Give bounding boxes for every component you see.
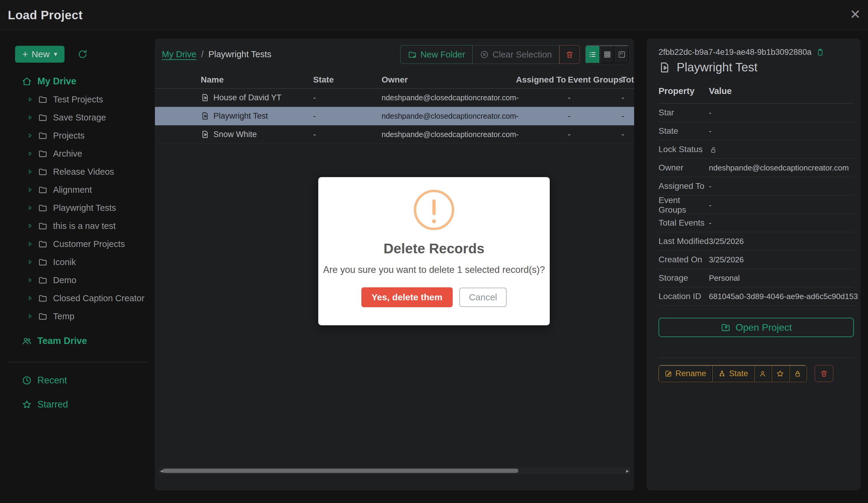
copy-icon[interactable] [816, 48, 824, 56]
folder-icon [38, 239, 48, 249]
folder-icon [38, 275, 48, 285]
property-value: Personal [709, 273, 854, 283]
sidebar-item-projects[interactable]: Projects [0, 126, 155, 145]
confirm-delete-button[interactable]: Yes, delete them [361, 287, 453, 307]
sidebar-item-closed-caption-creator[interactable]: Closed Caption Creator [0, 289, 155, 307]
sidebar-item-archive[interactable]: Archive [0, 145, 155, 163]
trash-icon [820, 369, 828, 378]
caret-right-icon[interactable] [27, 150, 33, 157]
table-row[interactable]: Snow White - ndeshpande@closedcaptioncre… [155, 125, 634, 144]
caret-right-icon[interactable] [27, 259, 33, 265]
property-label: Owner [659, 163, 709, 172]
property-label: Assigned To [659, 181, 709, 191]
table-header: Name State Owner Assigned To Event Group… [155, 71, 634, 88]
sidebar-item-team-drive[interactable]: Team Drive [0, 332, 155, 350]
lock-record-button[interactable] [789, 365, 807, 381]
row-name: Playwright Test [214, 112, 268, 121]
sidebar-item-label: Playwright Tests [53, 203, 116, 213]
property-label: Lock Status [659, 145, 709, 154]
caret-right-icon[interactable] [27, 277, 33, 283]
assign-user-button[interactable] [754, 365, 772, 381]
list-view-button[interactable] [586, 45, 600, 64]
column-header-name[interactable]: Name [201, 75, 313, 85]
sidebar-item-playwright-tests[interactable]: Playwright Tests [0, 199, 155, 217]
row-assigned-to: - [516, 130, 568, 139]
scroll-right-icon[interactable]: ▸ [626, 468, 629, 474]
row-state: - [313, 112, 382, 121]
new-button[interactable]: + New ▾ [15, 46, 64, 63]
sidebar-item-label: Iconik [53, 257, 76, 267]
sidebar-item-save-storage[interactable]: Save Storage [0, 108, 155, 126]
list-icon [588, 50, 597, 59]
star-icon [22, 399, 32, 410]
delete-record-button[interactable] [815, 365, 833, 382]
row-owner: ndeshpande@closedcaptioncreator.com [382, 130, 516, 139]
scrollbar-thumb[interactable] [163, 469, 518, 473]
open-project-button[interactable]: Open Project [659, 318, 854, 337]
sidebar-item-temp[interactable]: Temp [0, 307, 155, 325]
column-header-owner[interactable]: Owner [382, 75, 516, 85]
row-state: - [313, 130, 382, 139]
star-icon [776, 369, 784, 378]
property-column-header: Property [659, 86, 709, 96]
clear-selection-button[interactable]: Clear Selection [473, 45, 559, 64]
delete-selected-button[interactable] [559, 45, 580, 64]
property-row-owner: Owner ndeshpande@closedcaptioncreator.co… [659, 159, 854, 177]
caret-right-icon[interactable] [27, 241, 33, 247]
open-project-label: Open Project [736, 322, 792, 333]
folder-icon [38, 95, 48, 104]
caret-right-icon[interactable] [27, 313, 33, 319]
state-label: State [729, 369, 748, 378]
sidebar-item-label: Demo [53, 275, 76, 285]
team-icon [22, 336, 32, 346]
new-button-label: New [32, 49, 50, 59]
property-row-state: State - [659, 122, 854, 140]
new-folder-button[interactable]: New Folder [400, 45, 473, 64]
column-header-total[interactable]: Tot [621, 75, 634, 85]
sidebar-item-label: Release Videos [53, 167, 114, 177]
caret-right-icon[interactable] [27, 295, 33, 301]
star-record-button[interactable] [772, 365, 789, 381]
column-header-event-groups[interactable]: Event Groups [568, 75, 621, 85]
board-view-button[interactable] [614, 45, 629, 64]
dialog-title: Delete Records [384, 240, 485, 256]
org-icon [718, 369, 726, 378]
caret-right-icon[interactable] [27, 114, 33, 120]
column-header-assigned-to[interactable]: Assigned To [516, 75, 568, 85]
unlock-icon [709, 145, 718, 154]
sidebar-item-alignment[interactable]: Alignment [0, 181, 155, 199]
sidebar-item-starred[interactable]: Starred [0, 396, 155, 413]
breadcrumb-root-link[interactable]: My Drive [162, 49, 196, 59]
caret-right-icon[interactable] [27, 96, 33, 102]
sidebar-item-label: Starred [37, 399, 68, 410]
row-owner: ndeshpande@closedcaptioncreator.com [382, 93, 516, 102]
folder-icon [38, 293, 48, 303]
rename-button[interactable]: Rename [659, 365, 712, 381]
property-value: 3/25/2026 [709, 237, 854, 246]
table-row-selected[interactable]: Playwright Test - ndeshpande@closedcapti… [155, 107, 634, 125]
cancel-button[interactable]: Cancel [459, 287, 507, 307]
caret-right-icon[interactable] [27, 169, 33, 175]
file-play-icon [659, 61, 671, 74]
folder-icon [38, 312, 48, 321]
sidebar-item-recent[interactable]: Recent [0, 371, 155, 389]
caret-right-icon[interactable] [27, 223, 33, 229]
caret-right-icon[interactable] [27, 205, 33, 211]
sidebar-item-demo[interactable]: Demo [0, 271, 155, 289]
sidebar-item-iconik[interactable]: Iconik [0, 253, 155, 271]
sidebar-item-my-drive[interactable]: My Drive [0, 72, 155, 90]
caret-right-icon[interactable] [27, 133, 33, 138]
column-header-state[interactable]: State [313, 75, 382, 85]
sidebar-item-release-videos[interactable]: Release Videos [0, 163, 155, 181]
sidebar-item-this-is-a-nav-test[interactable]: this is a nav test [0, 217, 155, 235]
sidebar-item-customer-projects[interactable]: Customer Projects [0, 235, 155, 253]
caret-right-icon[interactable] [27, 187, 33, 193]
refresh-icon[interactable] [77, 49, 88, 60]
sidebar-item-test-projects[interactable]: Test Projects [0, 90, 155, 108]
grid-view-button[interactable] [600, 45, 614, 64]
close-icon[interactable]: ✕ [850, 8, 861, 21]
breadcrumb: My Drive / Playwright Tests [162, 49, 271, 59]
table-row[interactable]: House of David YT - ndeshpande@closedcap… [155, 88, 634, 107]
horizontal-scrollbar[interactable]: ◂ ▸ [158, 468, 630, 474]
state-button[interactable]: State [712, 365, 754, 381]
